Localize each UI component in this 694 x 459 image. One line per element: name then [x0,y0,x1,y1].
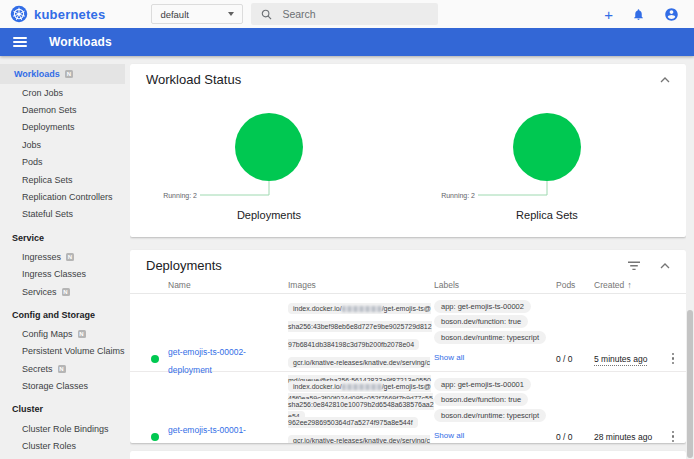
create-resource-button[interactable]: + [604,7,613,22]
sidebar-item-services[interactable]: Services N [0,283,125,300]
menu-button[interactable] [13,37,27,47]
sidebar-item-label: Ingresses [22,252,61,262]
row-actions-menu-button[interactable] [669,350,678,368]
replica-sets-pie-chart[interactable]: Running: 2 Replica Sets [408,91,686,221]
sidebar-item-label: Stateful Sets [22,209,73,219]
image-chip: gcr.io/knative-releases/knative.dev/serv… [288,435,433,443]
table-row: get-emojis-ts-00002-deployment index.doc… [130,294,686,372]
sidebar-item-replica-sets[interactable]: Replica Sets [0,171,125,188]
deployments-pie-chart[interactable]: Running: 2 Deployments [130,91,408,221]
column-header-labels: Labels [434,280,556,290]
column-header-created[interactable]: Created ↑ [594,280,660,290]
sidebar-item-daemon-sets[interactable]: Daemon Sets [0,101,125,118]
top-bar: kubernetes default + [0,0,694,28]
images-cell: index.docker.io//get-emojis-ts@sha256:0e… [288,372,434,443]
label-chip: app: get-emojis-ts-00002 [434,300,531,313]
sidebar-item-label: Cluster Roles [22,441,76,451]
kubernetes-home-link[interactable]: kubernetes [10,5,105,23]
pie-slice-running [513,113,581,181]
card-title: Workload Status [146,72,241,87]
sidebar-section-config-storage: Config and Storage [0,307,125,322]
sidebar-item-replication-controllers[interactable]: Replication Controllers [0,188,125,205]
sidebar-item-label: Replication Controllers [22,192,113,202]
status-running-icon [151,433,159,441]
status-running-icon [151,355,159,363]
sidebar-item-storage-classes[interactable]: Storage Classes [0,377,125,394]
next-card-partial [130,451,686,459]
sidebar-item-label: Cluster Role Bindings [22,424,109,434]
sidebar-item-label: Secrets [22,364,53,374]
show-all-link[interactable]: Show all [434,353,464,362]
sidebar-item-config-maps[interactable]: Config Maps N [0,325,125,342]
sidebar-item-label: Jobs [22,140,41,150]
image-chip: index.docker.io//get-emojis-ts@sha256:43… [288,303,432,350]
app-window: kubernetes default + [0,0,694,459]
namespace-value: default [160,9,189,20]
sidebar-item-label: Config Maps [22,329,73,339]
sidebar-item-label: Replica Sets [22,175,73,185]
redacted-text [342,306,382,312]
chevron-down-icon [228,12,234,16]
collapse-chevron-icon[interactable] [660,263,670,269]
row-actions-menu-button[interactable] [669,428,678,443]
search-input[interactable] [282,8,412,20]
user-menu-button[interactable] [664,7,679,22]
label-chip: app: get-emojis-ts-00001 [434,378,531,391]
column-header-images: Images [288,280,434,290]
notifications-button[interactable] [632,8,645,21]
pods-cell: 0 / 0 [556,432,594,442]
collapse-chevron-icon[interactable] [660,77,670,83]
sidebar-item-cluster-roles[interactable]: Cluster Roles [0,437,125,454]
sidebar-item-label: Daemon Sets [22,105,77,115]
workload-status-header: Workload Status [130,64,686,91]
page-title: Workloads [49,35,112,49]
sidebar-item-label: Cron Jobs [22,88,63,98]
vertical-scrollbar-thumb[interactable] [687,310,693,458]
namespace-selector[interactable]: default [151,4,243,24]
pie-legend: Running: 2 [163,192,197,200]
bell-icon [632,8,645,21]
sidebar-item-ingresses[interactable]: Ingresses N [0,248,125,265]
action-bar: Workloads [0,28,694,56]
topbar-actions: + [604,7,679,22]
sidebar-item-label: Deployments [22,122,75,132]
created-cell: 5 minutes ago [594,354,660,364]
brand-label: kubernetes [34,7,105,22]
sidebar-item-persistent-volume-claims[interactable]: Persistent Volume Claims N [0,343,125,360]
image-chip: index.docker.io//get-emojis-ts@sha256:0e… [288,381,434,428]
search-icon [261,9,272,20]
namespaced-badge: N [65,70,73,78]
workload-status-card: Workload Status Running: 2 Deployments [130,64,686,237]
deployments-header: Deployments [130,250,686,277]
sidebar-item-cluster-role-bindings[interactable]: Cluster Role Bindings [0,420,125,437]
sidebar-item-label: Services [22,287,57,297]
show-all-link[interactable]: Show all [434,431,464,440]
sidebar-item-label: Persistent Volume Claims [22,346,125,356]
sidebar-item-label: Ingress Classes [22,269,86,279]
namespaced-badge: N [78,330,86,338]
column-header-name[interactable]: Name [168,280,288,290]
sidebar-item-ingress-classes[interactable]: Ingress Classes [0,266,125,283]
sidebar-item-jobs[interactable]: Jobs [0,136,125,153]
sidebar-item-pods[interactable]: Pods [0,154,125,171]
deployment-name-link[interactable]: get-emojis-ts-00002-deployment [168,347,246,375]
kubernetes-logo-icon [10,5,28,23]
labels-cell: app: get-emojis-ts-00002 boson.dev/funct… [434,294,556,364]
label-chip: boson.dev/runtime: typescript [434,409,546,422]
column-header-pods: Pods [556,280,594,290]
deployments-card: Deployments Name Images [130,250,686,443]
account-circle-icon [664,7,679,22]
label-chip: boson.dev/function: true [434,393,528,406]
table-row: get-emojis-ts-00001-deployment index.doc… [130,372,686,443]
deployment-name-link[interactable]: get-emojis-ts-00001-deployment [168,425,246,444]
namespaced-badge: N [62,288,70,296]
sidebar-item-secrets[interactable]: Secrets N [0,360,125,377]
main-content: Workload Status Running: 2 Deployments [130,56,686,459]
sidebar-item-workloads[interactable]: Workloads N [0,64,125,84]
sidebar-item-stateful-sets[interactable]: Stateful Sets [0,206,125,223]
created-cell: 28 minutes ago [594,432,660,442]
sidebar-item-deployments[interactable]: Deployments [0,119,125,136]
sort-ascending-icon: ↑ [627,280,632,290]
sidebar-item-cron-jobs[interactable]: Cron Jobs [0,84,125,101]
filter-icon[interactable] [628,261,640,271]
